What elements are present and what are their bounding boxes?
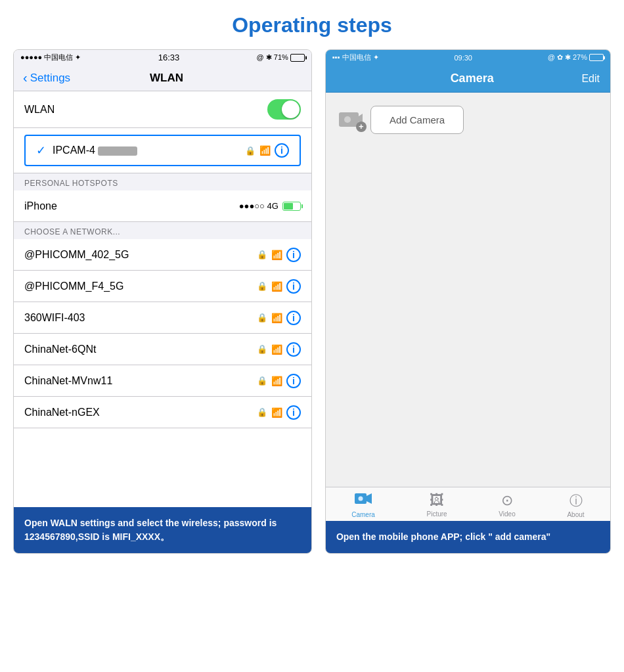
wlan-toggle[interactable] bbox=[267, 99, 301, 120]
network-name-0: @PHICOMM_402_5G bbox=[24, 249, 257, 261]
lock-icon-5: 🔒 bbox=[257, 407, 267, 417]
add-camera-area: + Add Camera bbox=[339, 106, 464, 134]
info-icon-1[interactable]: i bbox=[286, 279, 301, 294]
back-label: Settings bbox=[30, 72, 70, 85]
info-icon-5[interactable]: i bbox=[286, 405, 301, 420]
network-row-3[interactable]: ChinaNet-6QNt 🔒 📶 i bbox=[14, 334, 311, 365]
left-status-bar: ●●●●● 中国电信 ✦ 16:33 @ ✱ 71% bbox=[14, 50, 311, 65]
tab-about-label: About bbox=[567, 511, 584, 518]
plus-icon: + bbox=[356, 122, 367, 132]
page-title: Operating steps bbox=[0, 0, 624, 49]
network-icons-4: 🔒 📶 i bbox=[257, 374, 301, 388]
left-status-carrier: ●●●●● 中国电信 ✦ bbox=[20, 53, 81, 62]
left-phone: ●●●●● 中国电信 ✦ 16:33 @ ✱ 71% ‹ Settings WL… bbox=[13, 49, 312, 554]
info-icon-2[interactable]: i bbox=[286, 311, 301, 325]
network-row-2[interactable]: 360WIFI-403 🔒 📶 i bbox=[14, 302, 311, 334]
wifi-icon-2: 📶 bbox=[271, 313, 282, 323]
wifi-icon: 📶 bbox=[259, 145, 271, 156]
wifi-icon-3: 📶 bbox=[271, 344, 282, 355]
wifi-icon-5: 📶 bbox=[271, 407, 282, 418]
battery-icon bbox=[290, 54, 305, 62]
right-status-time: 09:30 bbox=[454, 54, 472, 62]
network-name-1: @PHICOMM_F4_5G bbox=[24, 280, 257, 292]
tab-video-label: Video bbox=[499, 510, 515, 518]
back-button[interactable]: ‹ Settings bbox=[23, 70, 70, 85]
camera-icon-container: + bbox=[339, 110, 363, 131]
hotspot-battery-icon bbox=[282, 202, 301, 211]
info-icon[interactable]: i bbox=[275, 143, 289, 158]
wlan-row[interactable]: WLAN bbox=[14, 91, 311, 128]
right-phone: ▪▪▪ 中国电信 ✦ 09:30 @ ✿ ✱ 27% Camera Edit bbox=[325, 49, 611, 554]
about-tab-icon: ⓘ bbox=[569, 492, 583, 510]
wifi-icon-4: 📶 bbox=[271, 376, 282, 386]
svg-marker-4 bbox=[367, 493, 372, 504]
tab-picture-label: Picture bbox=[427, 510, 447, 518]
network-icons-0: 🔒 📶 i bbox=[257, 248, 301, 262]
phones-container: ●●●●● 中国电信 ✦ 16:33 @ ✱ 71% ‹ Settings WL… bbox=[0, 49, 624, 554]
selected-network-icons: 🔒 📶 i bbox=[245, 143, 289, 158]
network-icons-2: 🔒 📶 i bbox=[257, 311, 301, 325]
network-row-5[interactable]: ChinaNet-nGEX 🔒 📶 i bbox=[14, 397, 311, 428]
wlan-label: WLAN bbox=[24, 104, 267, 116]
video-tab-icon: ⊙ bbox=[501, 492, 513, 509]
choose-network-header: CHOOSE A NETWORK... bbox=[14, 222, 311, 239]
camera-content-area: + Add Camera bbox=[326, 93, 610, 487]
network-icons-1: 🔒 📶 i bbox=[257, 279, 301, 294]
tab-picture[interactable]: 🖼 Picture bbox=[427, 492, 447, 518]
checkmark-icon: ✓ bbox=[36, 143, 46, 158]
info-icon-0[interactable]: i bbox=[286, 248, 301, 262]
lock-icon-4: 🔒 bbox=[257, 376, 267, 386]
camera-tab-icon bbox=[355, 491, 372, 510]
info-icon-4[interactable]: i bbox=[286, 374, 301, 388]
info-icon-3[interactable]: i bbox=[286, 342, 301, 357]
lock-icon-3: 🔒 bbox=[257, 344, 267, 354]
hotspot-signal: ●●●○○ 4G bbox=[239, 201, 279, 211]
left-status-icons: @ ✱ 71% bbox=[257, 53, 288, 62]
tab-about[interactable]: ⓘ About bbox=[567, 492, 584, 518]
network-row-1[interactable]: @PHICOMM_F4_5G 🔒 📶 i bbox=[14, 271, 311, 302]
svg-point-2 bbox=[344, 116, 351, 123]
tab-camera[interactable]: Camera bbox=[351, 491, 375, 518]
tab-camera-label: Camera bbox=[351, 511, 375, 518]
right-battery-icon bbox=[589, 54, 604, 61]
network-name-4: ChinaNet-MVnw11 bbox=[24, 375, 257, 387]
lock-icon-0: 🔒 bbox=[257, 250, 267, 259]
right-nav-title: Camera bbox=[363, 72, 582, 85]
wifi-icon-1: 📶 bbox=[271, 281, 282, 292]
lock-icon-1: 🔒 bbox=[257, 281, 267, 291]
network-name-3: ChinaNet-6QNt bbox=[24, 344, 257, 355]
right-status-icons: @ ✿ ✱ 27% bbox=[548, 53, 587, 62]
left-status-right: @ ✱ 71% bbox=[257, 53, 305, 62]
network-name-2: 360WIFI-403 bbox=[24, 312, 257, 324]
right-caption: Open the mobile phone APP; click " add c… bbox=[326, 521, 610, 553]
network-name-5: ChinaNet-nGEX bbox=[24, 407, 257, 418]
network-icons-3: 🔒 📶 i bbox=[257, 342, 301, 357]
picture-tab-icon: 🖼 bbox=[430, 492, 444, 509]
back-chevron-icon: ‹ bbox=[23, 70, 28, 85]
left-caption: Open WALN settings and select the wirele… bbox=[14, 507, 311, 553]
left-status-time: 16:33 bbox=[158, 53, 180, 62]
network-row-0[interactable]: @PHICOMM_402_5G 🔒 📶 i bbox=[14, 239, 311, 271]
left-nav-title: WLAN bbox=[70, 72, 263, 85]
iphone-hotspot-label: iPhone bbox=[24, 200, 239, 212]
right-nav-bar: Camera Edit bbox=[326, 65, 610, 93]
edit-button[interactable]: Edit bbox=[581, 73, 600, 85]
iphone-hotspot-row[interactable]: iPhone ●●●○○ 4G bbox=[14, 190, 311, 222]
selected-network-row[interactable]: ✓ IPCAM-4 🔒 📶 i bbox=[24, 135, 301, 166]
lock-icon: 🔒 bbox=[245, 146, 256, 156]
network-icons-5: 🔒 📶 i bbox=[257, 405, 301, 420]
left-nav-bar: ‹ Settings WLAN bbox=[14, 65, 311, 91]
network-row-4[interactable]: ChinaNet-MVnw11 🔒 📶 i bbox=[14, 365, 311, 397]
wifi-icon-0: 📶 bbox=[271, 250, 282, 260]
hotspot-section-header: PERSONAL HOTSPOTS bbox=[14, 173, 311, 190]
selected-network-name: IPCAM-4 bbox=[53, 145, 245, 156]
lock-icon-2: 🔒 bbox=[257, 313, 267, 323]
tab-bar: Camera 🖼 Picture ⊙ Video ⓘ About bbox=[326, 487, 610, 521]
settings-list: WLAN ✓ IPCAM-4 🔒 📶 i PERSO bbox=[14, 91, 311, 507]
right-status-right: @ ✿ ✱ 27% bbox=[548, 53, 604, 62]
tab-video[interactable]: ⊙ Video bbox=[499, 492, 515, 518]
right-status-bar: ▪▪▪ 中国电信 ✦ 09:30 @ ✿ ✱ 27% bbox=[326, 50, 610, 65]
svg-point-5 bbox=[359, 497, 363, 501]
right-status-carrier: ▪▪▪ 中国电信 ✦ bbox=[332, 53, 379, 62]
add-camera-button[interactable]: Add Camera bbox=[370, 106, 464, 134]
